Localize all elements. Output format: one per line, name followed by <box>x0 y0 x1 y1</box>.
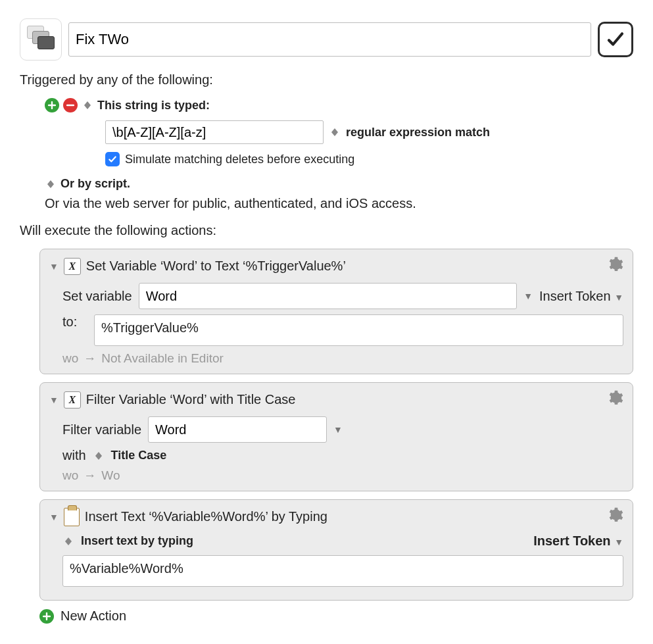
insert-mode-label: Insert text by typing <box>81 534 193 548</box>
add-trigger-button[interactable] <box>45 98 59 112</box>
action-card: ▼ X Set Variable ‘Word’ to Text ‘%Trigge… <box>39 249 633 374</box>
svg-marker-3 <box>331 132 338 136</box>
action-title: Insert Text ‘%Variable%Word%’ by Typing <box>85 509 327 524</box>
or-by-stepper[interactable] <box>47 180 54 188</box>
svg-marker-1 <box>84 105 91 109</box>
action-title: Filter Variable ‘Word’ with Title Case <box>86 392 296 407</box>
variable-name-input[interactable] <box>139 283 518 309</box>
insert-token-button[interactable]: Insert Token ▼ <box>533 533 623 549</box>
insert-token-button[interactable]: Insert Token ▼ <box>539 289 623 304</box>
svg-marker-5 <box>47 184 54 188</box>
clipboard-icon <box>64 508 80 526</box>
action-card: ▼ X Filter Variable ‘Word’ with Title Ca… <box>39 382 633 491</box>
variable-icon: X <box>64 258 81 275</box>
insert-mode-stepper[interactable] <box>65 537 72 545</box>
macro-name-input[interactable] <box>68 22 591 57</box>
footer-sample-in: wo <box>62 468 78 483</box>
remove-trigger-button[interactable] <box>63 98 78 112</box>
simulate-deletes-checkbox[interactable] <box>105 152 120 166</box>
footer-sample-in: wo <box>62 351 78 366</box>
gear-icon <box>606 389 623 407</box>
set-variable-label: Set variable <box>62 289 132 304</box>
checkmark-icon <box>604 30 627 49</box>
checkmark-icon <box>108 155 117 164</box>
insert-text-textarea[interactable]: %Variable%Word% <box>62 555 623 587</box>
filter-variable-input[interactable] <box>148 416 327 443</box>
minus-icon <box>66 101 74 109</box>
footer-sample-out: Wo <box>101 468 120 483</box>
gear-icon <box>606 507 623 524</box>
actions-title: Will execute the following actions: <box>20 223 633 238</box>
windows-stack-icon <box>27 26 55 53</box>
disclosure-triangle[interactable]: ▼ <box>49 395 59 405</box>
variable-dropdown[interactable]: ▼ <box>523 291 533 301</box>
arrow-icon: → <box>84 351 96 366</box>
disclosure-triangle[interactable]: ▼ <box>49 261 59 272</box>
variable-icon: X <box>64 391 81 409</box>
match-mode-label: regular expression match <box>346 126 490 139</box>
filter-type-label: Title Case <box>111 449 167 462</box>
plus-icon <box>43 612 51 620</box>
to-label: to: <box>62 314 87 330</box>
disclosure-triangle[interactable]: ▼ <box>49 512 59 522</box>
with-label: with <box>62 448 86 463</box>
filter-variable-dropdown[interactable]: ▼ <box>333 424 343 435</box>
action-options-button[interactable] <box>606 389 623 410</box>
enable-toggle[interactable] <box>598 22 633 57</box>
trigger-type-stepper[interactable] <box>84 101 91 109</box>
action-options-button[interactable] <box>606 507 623 527</box>
triggers-title: Triggered by any of the following: <box>20 72 633 87</box>
new-action-label: New Action <box>60 608 126 624</box>
or-by-script-label: Or by script. <box>60 177 130 191</box>
action-card: ▼ Insert Text ‘%Variable%Word%’ by Typin… <box>39 499 633 601</box>
action-title: Set Variable ‘Word’ to Text ‘%TriggerVal… <box>86 259 346 274</box>
footer-sample-out: Not Available in Editor <box>101 351 224 366</box>
or-via-web-label: Or via the web server for public, authen… <box>45 196 633 211</box>
plus-icon <box>48 101 56 109</box>
arrow-icon: → <box>84 468 96 483</box>
filter-variable-label: Filter variable <box>62 422 141 437</box>
svg-marker-7 <box>95 456 102 460</box>
typed-trigger-label: This string is typed: <box>97 99 210 112</box>
gear-icon <box>606 256 623 273</box>
macro-icon[interactable] <box>20 18 62 61</box>
simulate-deletes-label: Simulate matching deletes before executi… <box>125 153 354 166</box>
match-mode-stepper[interactable] <box>331 128 338 136</box>
svg-marker-9 <box>65 541 72 545</box>
action-options-button[interactable] <box>606 256 623 276</box>
new-action-button[interactable] <box>39 609 54 624</box>
to-value-textarea[interactable]: %TriggerValue% <box>94 314 623 346</box>
filter-type-stepper[interactable] <box>95 452 102 460</box>
trigger-regex-input[interactable] <box>105 120 324 144</box>
